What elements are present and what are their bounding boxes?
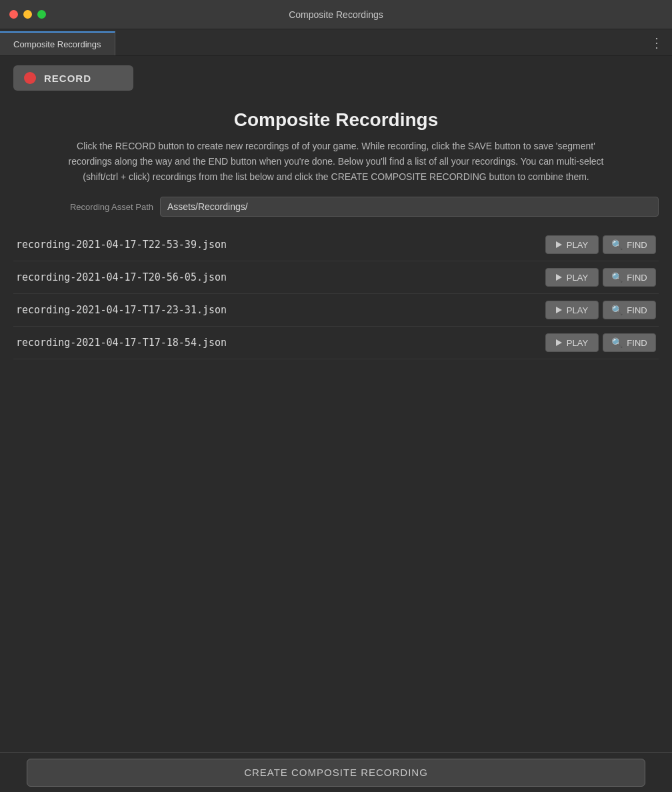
window-title: Composite Recordings: [289, 9, 383, 20]
recording-actions: PLAY🔍FIND: [545, 333, 656, 352]
find-label: FIND: [627, 240, 647, 250]
asset-path-input[interactable]: [160, 197, 659, 217]
play-label: PLAY: [567, 273, 588, 283]
close-button[interactable]: [9, 10, 18, 19]
play-button[interactable]: PLAY: [545, 235, 599, 254]
tab-label: Composite Recordings: [13, 39, 101, 49]
play-label: PLAY: [567, 240, 588, 250]
overflow-icon: ⋮: [650, 35, 664, 50]
play-button[interactable]: PLAY: [545, 333, 599, 352]
recording-list: recording-2021-04-17-T22-53-39.jsonPLAY🔍…: [13, 229, 659, 752]
minimize-button[interactable]: [23, 10, 32, 19]
find-icon: 🔍: [611, 239, 623, 250]
find-icon: 🔍: [611, 337, 623, 348]
title-bar: Composite Recordings: [0, 0, 672, 29]
recording-item: recording-2021-04-17-T20-56-05.jsonPLAY🔍…: [13, 261, 659, 294]
play-button[interactable]: PLAY: [545, 301, 599, 319]
play-icon: [556, 274, 562, 281]
find-button[interactable]: 🔍FIND: [603, 301, 656, 319]
find-label: FIND: [627, 338, 647, 348]
play-button[interactable]: PLAY: [545, 268, 599, 287]
recording-filename: recording-2021-04-17-T20-56-05.json: [16, 271, 227, 283]
create-composite-label: CREATE COMPOSITE RECORDING: [244, 767, 428, 778]
recording-item: recording-2021-04-17-T22-53-39.jsonPLAY🔍…: [13, 229, 659, 261]
recording-actions: PLAY🔍FIND: [545, 235, 656, 254]
main-content: RECORD Composite Recordings Click the RE…: [0, 56, 672, 752]
record-dot-icon: [24, 72, 36, 84]
find-icon: 🔍: [611, 272, 623, 283]
record-button-label: RECORD: [44, 73, 91, 84]
play-label: PLAY: [567, 305, 588, 315]
play-label: PLAY: [567, 338, 588, 348]
find-button[interactable]: 🔍FIND: [603, 235, 656, 254]
recording-actions: PLAY🔍FIND: [545, 268, 656, 287]
play-icon: [556, 307, 562, 313]
find-button[interactable]: 🔍FIND: [603, 333, 656, 352]
asset-path-label: Recording Asset Path: [13, 202, 160, 212]
recording-item: recording-2021-04-17-T17-18-54.jsonPLAY🔍…: [13, 327, 659, 359]
create-composite-button[interactable]: CREATE COMPOSITE RECORDING: [27, 759, 645, 787]
find-label: FIND: [627, 273, 647, 283]
play-icon: [556, 339, 562, 346]
bottom-bar: CREATE COMPOSITE RECORDING: [0, 752, 672, 792]
tab-overflow-button[interactable]: ⋮: [650, 35, 664, 51]
section-heading: Composite Recordings: [13, 109, 659, 131]
record-button[interactable]: RECORD: [13, 65, 133, 91]
section-description: Click the RECORD button to create new re…: [63, 139, 609, 185]
tab-composite-recordings[interactable]: Composite Recordings: [0, 31, 115, 55]
find-icon: 🔍: [611, 305, 623, 315]
asset-path-row: Recording Asset Path: [13, 197, 659, 217]
recording-filename: recording-2021-04-17-T17-18-54.json: [16, 337, 227, 349]
recording-filename: recording-2021-04-17-T22-53-39.json: [16, 239, 227, 251]
recording-filename: recording-2021-04-17-T17-23-31.json: [16, 304, 227, 316]
tab-bar: Composite Recordings ⋮: [0, 29, 672, 56]
recording-item: recording-2021-04-17-T17-23-31.jsonPLAY🔍…: [13, 294, 659, 327]
window-controls: [9, 10, 46, 19]
recording-actions: PLAY🔍FIND: [545, 301, 656, 319]
find-button[interactable]: 🔍FIND: [603, 268, 656, 287]
play-icon: [556, 241, 562, 248]
record-row: RECORD: [13, 56, 659, 97]
find-label: FIND: [627, 305, 647, 315]
maximize-button[interactable]: [37, 10, 46, 19]
